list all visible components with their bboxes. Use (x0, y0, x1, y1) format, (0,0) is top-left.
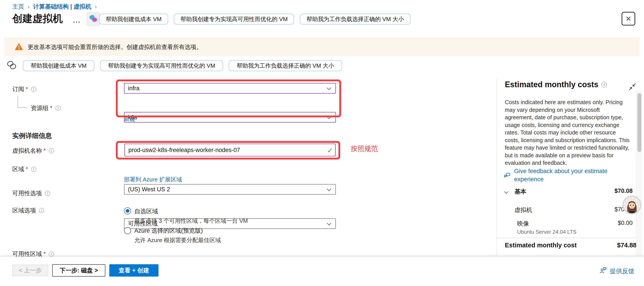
breadcrumb-home[interactable]: 主页 (12, 3, 24, 11)
review-create-button[interactable]: 查看 + 创建 (109, 264, 158, 276)
give-feedback-link[interactable]: 提供反馈 (599, 266, 634, 276)
breadcrumb: 主页 › 计算基础结构 | 虚拟机 › (12, 3, 97, 11)
annotation-text: 按照规范 (351, 144, 378, 153)
radio-dot (126, 209, 129, 213)
zone-options-label: 区域选项 i (12, 206, 44, 214)
required-marker: * (26, 166, 28, 173)
scrollbar-thumb[interactable] (638, 93, 641, 152)
required-marker: * (26, 86, 28, 93)
suggestion-low-cost-vm[interactable]: 帮助我创建低成本 VM (23, 60, 94, 71)
warning-icon (14, 42, 23, 52)
resource-group-label: 资源组 * i (31, 104, 60, 112)
suggestion-high-availability-vm[interactable]: 帮助我创建专为实现高可用性而优化的 VM (100, 60, 223, 71)
cost-total-label: Estimated monthly cost (505, 242, 576, 249)
close-button[interactable]: × (622, 12, 635, 26)
radio-self-selected-zones-desc: 最多选择 3 个可用性区域，每个区域一台 VM (134, 217, 248, 225)
chevron-down-icon[interactable] (504, 190, 508, 193)
suggestion-right-vm-size[interactable]: 帮助我为工作负载选择正确的 VM 大小 (229, 60, 342, 71)
wizard-footer: < 上一步 下一步: 磁盘 > 查看 + 创建 提供反馈 (0, 256, 644, 286)
cost-row-image-label: 映像 (517, 220, 529, 227)
page-title: 创建虚拟机 (12, 12, 63, 26)
edge-zone-link[interactable]: 部署到 Azure 扩展区域 (124, 176, 182, 183)
cost-row-vm-label: 虚拟机 (514, 206, 532, 214)
avatar-illustration (624, 197, 640, 213)
cost-total-amount: $74.88 (617, 242, 636, 249)
create-new-resource-group-link[interactable]: 新建 (124, 115, 136, 123)
assistant-avatar[interactable] (622, 195, 641, 214)
cost-row-image-detail: Ubuntu Server 24.04 LTS (517, 229, 576, 235)
close-icon: × (626, 14, 631, 24)
more-options-icon[interactable]: ... (73, 17, 80, 24)
chevron-down-icon (327, 86, 331, 90)
next-step-disks-button[interactable]: 下一步: 磁盘 > (52, 264, 105, 276)
copilot-button[interactable] (86, 12, 100, 26)
info-icon[interactable]: i (602, 82, 607, 87)
copilot-icon (88, 14, 98, 25)
collapse-panel-button[interactable] (628, 83, 636, 91)
suggestion-high-availability-vm[interactable]: 帮助我创建专为实现高可用性而优化的 VM (174, 14, 294, 25)
required-marker: * (44, 147, 46, 154)
feedback-bubbles-icon (504, 172, 511, 183)
info-icon[interactable]: i (39, 208, 44, 213)
region-label: 区域 * i (12, 165, 36, 173)
collapse-icon (628, 83, 636, 91)
copilot-suggestions-row-2: 帮助我创建低成本 VM 帮助我创建专为实现高可用性而优化的 VM 帮助我为工作负… (6, 60, 342, 72)
breadcrumb-compute[interactable]: 计算基础结构 | 虚拟机 (33, 3, 92, 11)
info-icon[interactable]: i (31, 167, 36, 172)
chevron-down-icon (327, 221, 331, 225)
radio-azure-selected-zones[interactable] (124, 227, 131, 234)
create-vm-page: 主页 › 计算基础结构 | 虚拟机 › 创建虚拟机 ... 帮助我创建低成本 V… (0, 0, 644, 286)
instance-details-section-title: 实例详细信息 (12, 131, 52, 140)
radio-azure-selected-zones-label[interactable]: Azure 选择的区域(预览版) (134, 227, 203, 235)
warning-text: 更改基本选项可能会重置所做的选择。创建虚拟机前查看所有选项。 (28, 43, 202, 51)
warning-banner: 更改基本选项可能会重置所做的选择。创建虚拟机前查看所有选项。 (4, 38, 640, 56)
previous-step-button[interactable]: < 上一步 (12, 265, 48, 276)
info-icon[interactable]: i (31, 87, 36, 92)
cost-total-divider (496, 238, 639, 238)
tree-connector (18, 96, 18, 107)
region-dropdown[interactable]: (US) West US 2 (124, 184, 336, 195)
radio-self-selected-zones-label[interactable]: 自选区域 (134, 207, 158, 215)
vm-name-input[interactable] (124, 144, 336, 156)
radio-self-selected-zones[interactable] (124, 207, 131, 214)
required-marker: * (50, 105, 52, 112)
info-icon[interactable]: i (49, 251, 54, 256)
subscription-dropdown[interactable]: infra (124, 83, 336, 94)
vm-name-label: 虚拟机名称 * i (12, 147, 54, 155)
cost-row-image-amount: $0.00 (618, 220, 632, 226)
cost-group-basic-label[interactable]: 基本 (514, 188, 526, 195)
info-icon[interactable]: i (45, 191, 50, 196)
suggestion-low-cost-vm[interactable]: 帮助我创建低成本 VM (99, 14, 168, 25)
copilot-outline-icon (6, 60, 17, 72)
cost-panel-title: Estimated monthly costs i (505, 80, 607, 89)
required-marker: * (44, 251, 46, 257)
availability-options-label: 可用性选项 i (12, 189, 50, 197)
cost-group-basic-amount: $70.08 (614, 188, 632, 194)
suggestion-right-vm-size[interactable]: 帮助我为工作负载选择正确的 VM 大小 (300, 14, 410, 25)
chevron-right-icon: › (28, 3, 30, 10)
valid-check-icon: ✓ (327, 146, 333, 155)
info-icon[interactable]: i (49, 148, 54, 153)
resource-group-dropdown[interactable]: k8s (124, 112, 336, 123)
info-icon[interactable]: i (56, 106, 60, 111)
estimate-feedback-link[interactable]: Give feedback about your estimate experi… (504, 167, 628, 183)
chevron-down-icon (327, 115, 331, 119)
tree-connector (18, 107, 27, 108)
panel-divider (496, 78, 497, 255)
feedback-person-icon (599, 266, 607, 276)
subscription-label: 订阅 * i (12, 85, 36, 93)
chevron-right-icon: › (95, 3, 97, 10)
radio-azure-selected-zones-desc: 允许 Azure 根据需要分配最佳区域 (134, 236, 221, 244)
cost-panel-description: Costs indicated here are estimates only.… (505, 98, 630, 167)
chevron-down-icon (327, 187, 331, 191)
copilot-suggestions-row-1: 帮助我创建低成本 VM 帮助我创建专为实现高可用性而优化的 VM 帮助我为工作负… (99, 14, 410, 25)
